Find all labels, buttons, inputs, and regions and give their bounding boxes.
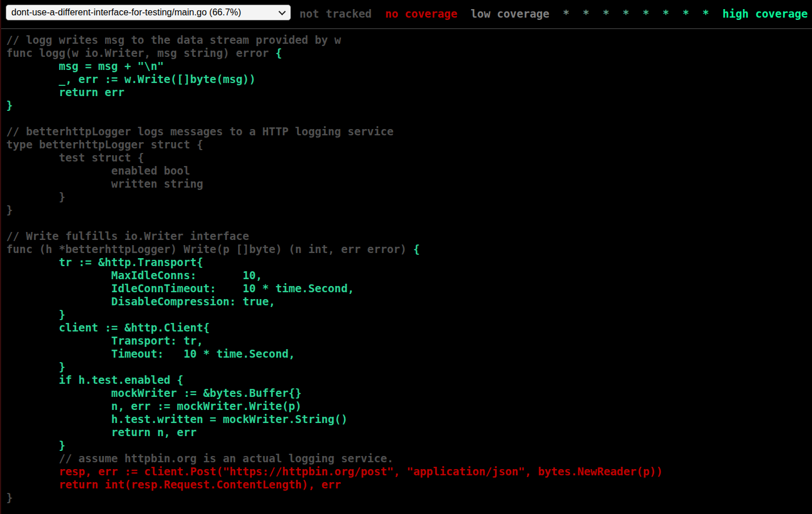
legend-item-star-cov4: * [603, 7, 610, 20]
code-segment: return int(resp.Request.ContentLength), … [6, 478, 341, 491]
legend-item-star-cov9: * [702, 7, 709, 20]
code-segment: // logg writes msg to the data stream pr… [6, 34, 341, 47]
legend-item-not-tracked: not tracked [299, 7, 372, 20]
coverage-legend: not tracked no coverage low coverage * *… [296, 7, 811, 20]
code-segment: { [276, 47, 282, 60]
legend-item-star-cov6: * [643, 7, 649, 20]
code-segment: } [6, 204, 13, 217]
legend-item-star-cov8: * [682, 7, 689, 20]
code-segment: func (h *betterhttpLogger) Write(p []byt… [6, 243, 413, 256]
legend-item-low-coverage: low coverage [470, 7, 549, 20]
code-segment: n, err := mockWriter.Write(p) [6, 400, 302, 413]
topbar: dont-use-a-different-interface-for-testi… [0, 0, 812, 29]
file-nav: dont-use-a-different-interface-for-testi… [6, 5, 291, 20]
code-segment: return err [6, 86, 124, 99]
code-segment: client := &http.Client{ [6, 321, 210, 334]
file-select-wrapper: dont-use-a-different-interface-for-testi… [6, 5, 291, 20]
code-segment: tr := &http.Transport{ [6, 256, 203, 269]
code-segment: } [6, 491, 13, 504]
code-segment: if h.test.enabled { [6, 374, 184, 387]
code-segment: } [6, 360, 65, 374]
legend-item-star-cov7: * [663, 7, 669, 20]
code-segment: { [413, 243, 420, 256]
content: // logg writes msg to the data stream pr… [0, 34, 812, 504]
code-segment: return n, err [6, 426, 197, 439]
code-segment: Timeout: 10 * time.Second, [6, 347, 295, 360]
code-segment: written string [6, 177, 203, 190]
source-code: // logg writes msg to the data stream pr… [6, 34, 812, 504]
legend-item-star-cov2: * [563, 7, 569, 20]
code-segment: test struct { [6, 151, 144, 164]
code-segment: // Write fulfills io.Writer interface [6, 230, 249, 243]
code-segment: Transport: tr, [6, 334, 203, 347]
legend-item-no-coverage: no coverage [385, 7, 457, 20]
code-segment: } [6, 439, 65, 452]
code-segment: IdleConnTimeout: 10 * time.Second, [6, 282, 354, 295]
code-segment: } [6, 308, 65, 321]
legend-item-star-cov3: * [583, 7, 590, 20]
code-segment: resp, err := client.Post("https://httpbi… [6, 465, 663, 478]
code-segment: } [6, 99, 13, 112]
file-select[interactable]: dont-use-a-different-interface-for-testi… [6, 5, 291, 20]
code-segment: enabled bool [6, 164, 190, 177]
code-segment: DisableCompression: true, [6, 295, 276, 308]
window-edge [0, 0, 1, 514]
legend-item-star-cov5: * [623, 7, 630, 20]
code-segment: type betterhttpLogger struct { [6, 138, 203, 151]
code-segment: h.test.written = mockWriter.String() [6, 413, 348, 426]
legend-item-high-coverage: high coverage [722, 7, 807, 20]
code-segment: _, err := w.Write([]byte(msg)) [6, 73, 256, 86]
code-segment: // assume httpbin.org is an actual loggi… [6, 452, 394, 465]
code-segment: func logg(w io.Writer, msg string) error [6, 47, 276, 60]
code-segment: MaxIdleConns: 10, [6, 269, 263, 282]
code-segment: } [6, 190, 65, 204]
code-segment: msg = msg + "\n" [6, 60, 164, 73]
code-segment: mockWriter := &bytes.Buffer{} [6, 387, 302, 400]
code-segment: // betterhttpLogger logs messages to a H… [6, 125, 394, 138]
